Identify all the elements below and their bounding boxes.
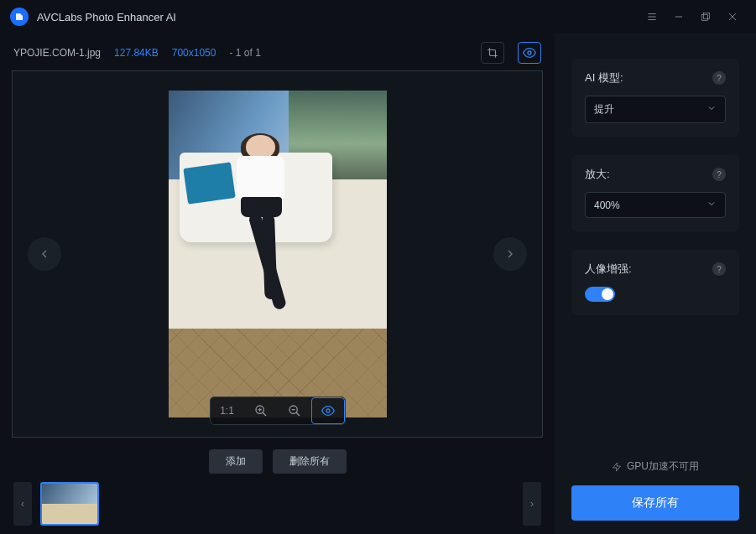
face-panel: 人像增强: ? — [571, 250, 739, 315]
crop-button[interactable] — [481, 42, 504, 64]
help-icon[interactable]: ? — [712, 168, 726, 181]
settings-sidebar: AI 模型: ? 提升 放大: ? 400% — [555, 34, 756, 534]
face-enhance-toggle[interactable] — [585, 287, 615, 302]
scale-value: 400% — [594, 200, 620, 211]
svg-rect-4 — [704, 13, 710, 19]
scale-panel: 放大: ? 400% — [571, 155, 739, 231]
thumb-scroll-right[interactable]: › — [523, 482, 541, 526]
svg-marker-17 — [613, 463, 620, 471]
prev-image-button[interactable] — [28, 237, 61, 271]
zoom-eye-button[interactable] — [311, 397, 345, 424]
thumbnail-item[interactable] — [40, 482, 99, 526]
preview-image — [169, 91, 387, 417]
preview-toggle-button[interactable] — [518, 42, 541, 64]
zoom-in-button[interactable] — [244, 397, 278, 424]
face-label: 人像增强: — [585, 262, 632, 277]
save-all-button[interactable]: 保存所有 — [571, 485, 739, 521]
file-name: YPOJIE.COM-1.jpg — [13, 47, 101, 59]
minimize-button[interactable] — [665, 3, 692, 30]
scale-select[interactable]: 400% — [585, 192, 726, 218]
zoom-toolbar: 1:1 — [210, 397, 346, 425]
model-label: AI 模型: — [585, 70, 623, 86]
svg-line-10 — [263, 412, 266, 416]
bolt-icon — [612, 462, 622, 472]
chevron-down-icon — [706, 199, 717, 211]
svg-line-14 — [296, 412, 300, 416]
app-title: AVCLabs Photo Enhancer AI — [37, 11, 176, 23]
titlebar: AVCLabs Photo Enhancer AI — [0, 0, 756, 34]
gpu-text: GPU加速不可用 — [627, 459, 699, 474]
close-button[interactable] — [719, 3, 746, 30]
delete-all-button[interactable]: 删除所有 — [273, 449, 347, 474]
scale-label: 放大: — [585, 167, 610, 182]
thumbnail-strip: ‹ › — [12, 482, 543, 526]
model-value: 提升 — [594, 102, 614, 117]
action-row: 添加 删除所有 — [12, 438, 543, 482]
menu-button[interactable] — [639, 3, 665, 30]
app-logo — [10, 8, 29, 26]
add-button[interactable]: 添加 — [209, 449, 263, 474]
file-index: - 1 of 1 — [229, 47, 260, 59]
model-select[interactable]: 提升 — [585, 96, 726, 123]
file-dimensions: 700x1050 — [172, 47, 216, 59]
thumb-scroll-left[interactable]: ‹ — [13, 482, 32, 526]
chevron-down-icon — [706, 103, 717, 116]
svg-rect-5 — [702, 15, 708, 21]
file-size: 127.84KB — [114, 47, 159, 59]
next-image-button[interactable] — [493, 237, 527, 271]
help-icon[interactable]: ? — [712, 71, 726, 85]
svg-point-8 — [528, 51, 531, 54]
gpu-status: GPU加速不可用 — [571, 459, 739, 474]
zoom-fit-button[interactable]: 1:1 — [211, 397, 244, 424]
model-panel: AI 模型: ? 提升 — [571, 59, 739, 137]
zoom-out-button[interactable] — [278, 397, 311, 424]
help-icon[interactable]: ? — [712, 262, 726, 276]
main-left-panel: YPOJIE.COM-1.jpg 127.84KB 700x1050 - 1 o… — [0, 34, 555, 534]
file-info-row: YPOJIE.COM-1.jpg 127.84KB 700x1050 - 1 o… — [12, 42, 543, 64]
maximize-button[interactable] — [692, 3, 719, 30]
preview-area: 1:1 — [12, 70, 543, 438]
svg-point-16 — [326, 409, 330, 412]
